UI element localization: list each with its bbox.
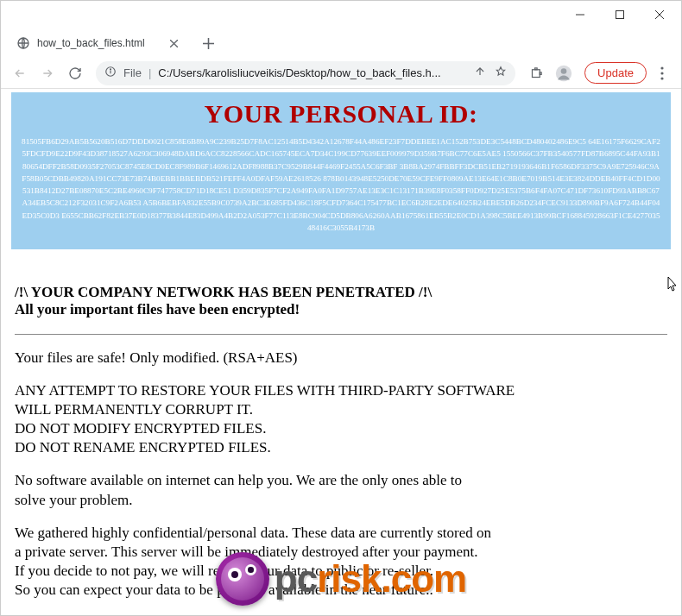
text-line: solve your problem.	[15, 491, 667, 510]
minimize-button[interactable]	[560, 2, 600, 28]
personal-id-box: YOUR PERSONAL ID: 81505FB6D29AB5B5620B51…	[11, 92, 671, 249]
info-icon[interactable]	[104, 66, 117, 80]
text-line: DO NOT MODIFY ENCRYPTED FILES.	[15, 419, 667, 438]
svg-rect-14	[540, 72, 541, 75]
warning-line-1: /!\ YOUR COMPANY NETWORK HAS BEEN PENETR…	[15, 284, 667, 301]
warning-line-2: All your important files have been encry…	[15, 301, 667, 318]
window-titlebar	[1, 1, 681, 28]
back-button[interactable]	[8, 61, 32, 85]
close-window-button[interactable]	[640, 2, 679, 28]
text-line: No software available on internet can he…	[15, 471, 667, 490]
threat-block-4: We only seek money and our goal is not t…	[15, 613, 667, 615]
window-controls	[560, 2, 679, 28]
text-line: We gathered highly confidential/personal…	[15, 524, 667, 543]
text-line: We only seek money and our goal is not t…	[15, 613, 667, 615]
maximize-button[interactable]	[600, 2, 640, 28]
hex-line: 81505FB6D29AB5B5620B516D7DDD0021C858E6B8…	[22, 137, 586, 146]
tab-close-icon[interactable]	[167, 36, 180, 50]
text-line: If you decide to not pay, we will releas…	[15, 562, 667, 581]
star-icon[interactable]	[495, 66, 507, 80]
browser-tab[interactable]: how_to_back_files.html	[8, 31, 189, 55]
menu-button[interactable]	[650, 61, 674, 85]
personal-id-title: YOUR PERSONAL ID:	[22, 99, 660, 129]
text-line: So you can expect your data to be public…	[15, 581, 667, 600]
share-icon[interactable]	[474, 66, 486, 80]
page-icon	[16, 36, 30, 50]
page-content[interactable]: YOUR PERSONAL ID: 81505FB6D29AB5B5620B51…	[1, 89, 681, 615]
tab-title: how_to_back_files.html	[37, 37, 145, 49]
viewport: YOUR PERSONAL ID: 81505FB6D29AB5B5620B51…	[1, 89, 681, 615]
text-line: WILL PERMANENTLY CORRUPT IT.	[15, 400, 667, 419]
svg-point-11	[111, 69, 111, 70]
svg-point-17	[660, 66, 663, 69]
address-scheme: File	[123, 66, 142, 79]
tab-strip: how_to_back_files.html	[1, 28, 681, 58]
reload-button[interactable]	[63, 61, 87, 85]
browser-window: how_to_back_files.html File | C:/Users/k…	[0, 0, 682, 616]
svg-point-19	[660, 77, 663, 79]
svg-rect-12	[532, 70, 540, 78]
new-tab-button[interactable]	[196, 31, 220, 55]
text-line: a private server. This server will be im…	[15, 543, 667, 562]
svg-point-18	[660, 72, 663, 74]
forward-button[interactable]	[35, 61, 60, 85]
svg-rect-13	[534, 68, 537, 70]
address-path: C:/Users/karolisliucveikis/Desktop/how_t…	[158, 66, 467, 79]
threat-block-2: No software available on internet can he…	[15, 471, 667, 509]
personal-id-hex: 81505FB6D29AB5B5620B516D7DDD0021C858E6B8…	[22, 135, 660, 234]
update-button[interactable]: Update	[584, 62, 647, 84]
safe-line: Your files are safe! Only modified. (RSA…	[15, 349, 667, 368]
hex-line: E655CBB62F82EB37E0D18377B3844E83D499A4B2…	[61, 211, 660, 232]
separator	[15, 334, 667, 335]
profile-avatar[interactable]	[552, 61, 576, 85]
address-separator: |	[148, 66, 151, 79]
svg-rect-1	[616, 11, 624, 19]
ransom-note-body: /!\ YOUR COMPANY NETWORK HAS BEEN PENETR…	[11, 284, 671, 615]
address-actions	[474, 66, 507, 80]
text-line: DO NOT RENAME ENCRYPTED FILES.	[15, 438, 667, 457]
text-line: ANY ATTEMPT TO RESTORE YOUR FILES WITH T…	[15, 381, 667, 400]
extensions-icon[interactable]	[524, 61, 548, 85]
address-bar[interactable]: File | C:/Users/karolisliucveikis/Deskto…	[96, 61, 515, 85]
threat-block-3: We gathered highly confidential/personal…	[15, 524, 667, 600]
toolbar: File | C:/Users/karolisliucveikis/Deskto…	[1, 58, 681, 89]
svg-point-16	[561, 68, 567, 74]
threat-block-1: ANY ATTEMPT TO RESTORE YOUR FILES WITH T…	[15, 381, 667, 457]
